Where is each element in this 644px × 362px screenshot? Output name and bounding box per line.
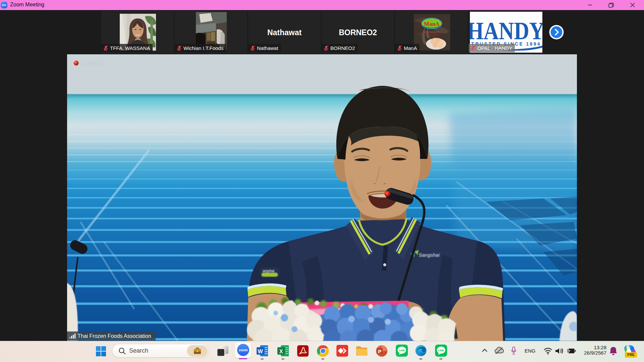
svg-text:LINE: LINE [438, 349, 444, 352]
svg-text:HANDY: HANDY [470, 17, 542, 45]
svg-text:angshai: angshai [263, 269, 274, 273]
svg-text:zoom: zoom [239, 348, 248, 352]
svg-text:X: X [279, 349, 283, 354]
svg-text:LINE: LINE [399, 349, 405, 352]
svg-text:Sangshai: Sangshai [419, 252, 440, 258]
svg-text:W: W [258, 349, 263, 354]
svg-text:P: P [378, 349, 381, 354]
svg-text:ManA: ManA [424, 21, 440, 27]
